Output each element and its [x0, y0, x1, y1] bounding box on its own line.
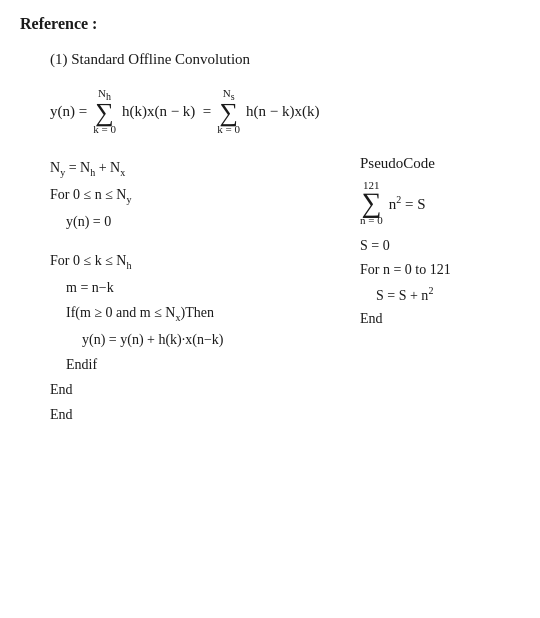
code-line-ny: Ny = Nh + Nx — [50, 155, 320, 182]
right-column: PseudoCode 121 ∑ n = 0 n2 = S S = 0 For … — [360, 155, 520, 427]
sigma2-expr: h(n − k)x(k) — [246, 103, 319, 120]
code-line-endif: Endif — [66, 352, 320, 377]
pseudocode-sigma-bottom: n = 0 — [360, 215, 383, 226]
equation-lhs: y(n) = — [50, 103, 87, 120]
sigma1-bottom: k = 0 — [93, 124, 116, 135]
code-line-if: If(m ≥ 0 and m ≤ Nx)Then — [66, 300, 320, 327]
reference-header: Reference : — [20, 15, 520, 33]
two-column-layout: Ny = Nh + Nx For 0 ≤ n ≤ Ny y(n) = 0 For… — [50, 155, 520, 427]
code-line-end1: End — [50, 377, 320, 402]
code-line-yn0: y(n) = 0 — [66, 209, 320, 234]
code-line-end2: End — [50, 402, 320, 427]
main-equation: y(n) = Nh ∑ k = 0 h(k)x(n − k) = Ns ∑ k … — [50, 88, 520, 135]
left-column: Ny = Nh + Nx For 0 ≤ n ≤ Ny y(n) = 0 For… — [50, 155, 320, 427]
code-line-for-n: For 0 ≤ n ≤ Ny — [50, 182, 320, 209]
sigma1-expr: h(k)x(n − k) = — [122, 103, 211, 120]
pseudo-line-for: For n = 0 to 121 — [360, 258, 520, 282]
pseudocode-sigma-block: 121 ∑ n = 0 n2 = S — [360, 180, 520, 226]
sigma-group-2: Ns ∑ k = 0 — [217, 88, 240, 135]
code-line-yn-update: y(n) = y(n) + h(k)·x(n−k) — [82, 327, 320, 352]
sigma2-bottom: k = 0 — [217, 124, 240, 135]
code-line-for-k: For 0 ≤ k ≤ Nh — [50, 248, 320, 275]
pseudocode-title: PseudoCode — [360, 155, 520, 172]
pseudocode-lines: S = 0 For n = 0 to 121 S = S + n2 End — [360, 234, 520, 331]
sigma-group-1: Nh ∑ k = 0 — [93, 88, 116, 135]
code-line-m: m = n−k — [66, 275, 320, 300]
pseudo-line-s0: S = 0 — [360, 234, 520, 258]
pseudocode-sigma-symbol: ∑ — [361, 189, 381, 217]
pseudo-line-end: End — [360, 307, 520, 331]
main-equation-block: y(n) = Nh ∑ k = 0 h(k)x(n − k) = Ns ∑ k … — [50, 88, 520, 135]
pseudocode-sigma-expr: n2 = S — [389, 194, 426, 213]
pseudocode-sigma-group: 121 ∑ n = 0 — [360, 180, 383, 226]
pseudo-line-s-update: S = S + n2 — [376, 282, 520, 307]
section-title: (1) Standard Offline Convolution — [50, 51, 520, 68]
